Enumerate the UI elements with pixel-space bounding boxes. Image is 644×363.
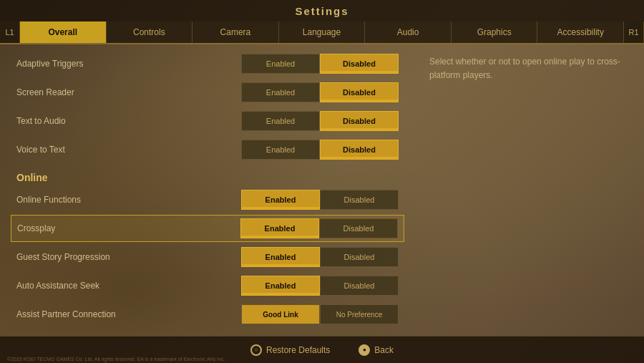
auto-assistance-disabled[interactable]: Disabled xyxy=(320,276,399,296)
tab-audio[interactable]: Audio xyxy=(365,21,452,43)
guest-story-toggle: Enabled Disabled xyxy=(241,247,399,267)
auto-assistance-row: Auto Assistance Seek Enabled Disabled xyxy=(11,272,404,299)
crossplay-label: Crossplay xyxy=(17,223,240,233)
adaptive-triggers-row: Adaptive Triggers Enabled Disabled xyxy=(11,50,404,77)
assist-partner-label: Assist Partner Connection xyxy=(16,309,241,319)
text-to-audio-toggle: Enabled Disabled xyxy=(241,111,399,131)
adaptive-triggers-disabled[interactable]: Disabled xyxy=(320,54,399,74)
text-to-audio-disabled[interactable]: Disabled xyxy=(320,111,399,131)
online-functions-disabled[interactable]: Disabled xyxy=(320,190,399,210)
back-button[interactable]: ● Back xyxy=(358,344,394,356)
auto-assistance-label: Auto Assistance Seek xyxy=(16,281,241,291)
back-label: Back xyxy=(374,345,394,355)
info-text: Select whether or not to open online pla… xyxy=(429,55,630,82)
online-functions-toggle: Enabled Disabled xyxy=(241,190,399,210)
text-to-audio-label: Text to Audio xyxy=(16,116,241,126)
guest-story-enabled[interactable]: Enabled xyxy=(241,247,320,267)
page-title: Settings xyxy=(295,5,348,17)
voice-to-text-toggle: Enabled Disabled xyxy=(241,140,399,160)
guest-story-disabled[interactable]: Disabled xyxy=(320,247,399,267)
screen-reader-label: Screen Reader xyxy=(16,87,241,97)
auto-assistance-enabled[interactable]: Enabled xyxy=(241,276,320,296)
assist-partner-row: Assist Partner Connection Good Link No P… xyxy=(11,301,404,328)
info-panel: Select whether or not to open online pla… xyxy=(415,44,644,334)
tab-graphics[interactable]: Graphics xyxy=(452,21,538,43)
assist-partner-good-link[interactable]: Good Link xyxy=(241,304,320,324)
tab-controls[interactable]: Controls xyxy=(107,21,193,43)
restore-label: Restore Defaults xyxy=(266,345,330,355)
crossplay-toggle: Enabled Disabled xyxy=(240,218,398,238)
tab-overall[interactable]: Overall xyxy=(20,21,107,43)
crossplay-enabled[interactable]: Enabled xyxy=(240,218,319,238)
settings-panel: Adaptive Triggers Enabled Disabled Scree… xyxy=(0,44,415,334)
copyright: ©2023 KOEI TECMO GAMES Co. Ltd. All righ… xyxy=(7,357,225,362)
auto-assistance-toggle: Enabled Disabled xyxy=(241,276,399,296)
screen-reader-disabled[interactable]: Disabled xyxy=(320,82,399,102)
screen-reader-enabled[interactable]: Enabled xyxy=(241,82,320,102)
guest-story-label: Guest Story Progression xyxy=(16,252,241,262)
tab-r1[interactable]: R1 xyxy=(624,21,644,43)
tab-language[interactable]: Language xyxy=(279,21,366,43)
tab-l1[interactable]: L1 xyxy=(0,21,20,43)
online-functions-label: Online Functions xyxy=(16,195,241,205)
adaptive-triggers-label: Adaptive Triggers xyxy=(16,59,241,69)
voice-to-text-row: Voice to Text Enabled Disabled xyxy=(11,136,404,163)
restore-defaults-button[interactable]: ○ Restore Defaults xyxy=(250,344,330,356)
text-to-audio-row: Text to Audio Enabled Disabled xyxy=(11,107,404,135)
guest-story-row: Guest Story Progression Enabled Disabled xyxy=(11,243,404,271)
tab-camera[interactable]: Camera xyxy=(192,21,279,43)
screen-reader-row: Screen Reader Enabled Disabled xyxy=(11,79,404,106)
online-functions-enabled[interactable]: Enabled xyxy=(241,190,320,210)
title-bar: Settings xyxy=(0,0,644,21)
online-functions-row: Online Functions Enabled Disabled xyxy=(11,186,404,213)
screen-reader-toggle: Enabled Disabled xyxy=(241,82,399,102)
crossplay-row: Crossplay Enabled Disabled xyxy=(11,215,404,242)
adaptive-triggers-toggle: Enabled Disabled xyxy=(241,54,399,74)
tab-bar: L1 Overall Controls Camera Language Audi… xyxy=(0,21,644,44)
tab-accessibility[interactable]: Accessibility xyxy=(537,21,624,43)
voice-to-text-enabled[interactable]: Enabled xyxy=(241,140,320,160)
adaptive-triggers-enabled[interactable]: Enabled xyxy=(241,54,320,74)
assist-partner-no-preference[interactable]: No Preference xyxy=(320,304,399,324)
crossplay-disabled[interactable]: Disabled xyxy=(319,218,398,238)
restore-icon: ○ xyxy=(250,344,262,356)
main-content: Adaptive Triggers Enabled Disabled Scree… xyxy=(0,44,644,334)
assist-partner-toggle: Good Link No Preference xyxy=(241,304,399,324)
text-to-audio-enabled[interactable]: Enabled xyxy=(241,111,320,131)
voice-to-text-label: Voice to Text xyxy=(16,145,241,155)
back-icon: ● xyxy=(358,344,370,356)
voice-to-text-disabled[interactable]: Disabled xyxy=(320,140,399,160)
online-section-header: Online xyxy=(11,165,404,186)
